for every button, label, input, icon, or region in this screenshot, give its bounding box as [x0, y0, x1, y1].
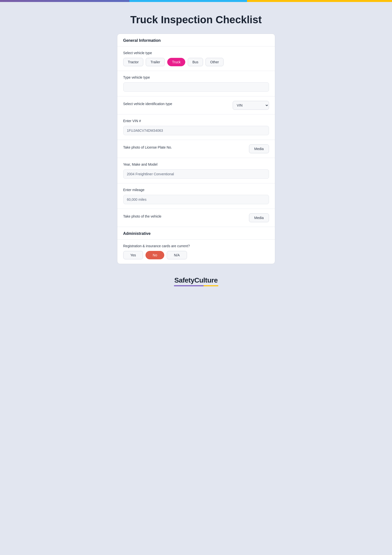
- top-bar-blue: [129, 0, 247, 2]
- vehicle-type-truck[interactable]: Truck: [167, 58, 185, 66]
- identification-type-label: Select vehicle identification type: [123, 102, 172, 106]
- brand-underline-purple: [174, 285, 204, 286]
- brand-underline-yellow: [204, 285, 218, 286]
- vehicle-photo-label: Take photo of the vehicle: [123, 214, 162, 218]
- type-vehicle-input[interactable]: [123, 82, 269, 92]
- license-plate-media-button[interactable]: Media: [249, 144, 269, 153]
- vehicle-type-tractor[interactable]: Tractor: [123, 58, 144, 66]
- vehicle-type-block: Select vehicle type Tractor Trailer Truc…: [117, 46, 275, 71]
- top-bar: [0, 0, 392, 2]
- brand-safety: Safety: [174, 276, 194, 284]
- mileage-input[interactable]: [123, 195, 269, 204]
- vin-label: Enter VIN #: [123, 119, 269, 123]
- identification-type-select[interactable]: VIN License Plate Fleet Number: [233, 101, 269, 110]
- brand-logo: SafetyCulture: [174, 276, 218, 284]
- license-plate-photo-block: Take photo of License Plate No. Media: [117, 140, 275, 158]
- general-section-header: General Information: [117, 34, 275, 46]
- administrative-section-header: Administrative: [117, 227, 275, 240]
- page-title: Truck Inspection Checklist: [130, 14, 262, 26]
- year-make-model-input[interactable]: [123, 169, 269, 179]
- vin-block: Enter VIN #: [117, 114, 275, 140]
- main-card: General Information Select vehicle type …: [117, 34, 275, 264]
- top-bar-yellow: [247, 0, 392, 2]
- vehicle-type-other[interactable]: Other: [206, 58, 224, 66]
- license-plate-photo-label: Take photo of License Plate No.: [123, 145, 172, 149]
- identification-type-block: Select vehicle identification type VIN L…: [117, 96, 275, 114]
- top-bar-purple: [0, 0, 129, 2]
- vehicle-type-trailer[interactable]: Trailer: [146, 58, 165, 66]
- vehicle-photo-block: Take photo of the vehicle Media: [117, 209, 275, 227]
- registration-yes[interactable]: Yes: [123, 251, 143, 259]
- brand-culture: Culture: [194, 276, 218, 284]
- mileage-block: Enter mileage: [117, 183, 275, 209]
- registration-label: Registration & insurance cards are curre…: [123, 244, 269, 248]
- vin-input[interactable]: [123, 126, 269, 135]
- registration-na[interactable]: N/A: [167, 251, 187, 259]
- footer: SafetyCulture: [174, 276, 218, 286]
- year-make-model-block: Year, Make and Model: [117, 158, 275, 183]
- type-vehicle-label: Type vehicle type: [123, 75, 269, 79]
- year-make-model-label: Year, Make and Model: [123, 162, 269, 166]
- registration-no[interactable]: No: [145, 251, 164, 259]
- type-vehicle-block: Type vehicle type: [117, 71, 275, 96]
- vehicle-type-bus[interactable]: Bus: [188, 58, 203, 66]
- mileage-label: Enter mileage: [123, 188, 269, 192]
- vehicle-type-label: Select vehicle type: [123, 51, 269, 55]
- registration-options: Yes No N/A: [123, 251, 269, 259]
- brand-underline: [174, 285, 218, 286]
- registration-block: Registration & insurance cards are curre…: [117, 240, 275, 264]
- vehicle-type-options: Tractor Trailer Truck Bus Other: [123, 58, 269, 66]
- vehicle-photo-media-button[interactable]: Media: [249, 213, 269, 222]
